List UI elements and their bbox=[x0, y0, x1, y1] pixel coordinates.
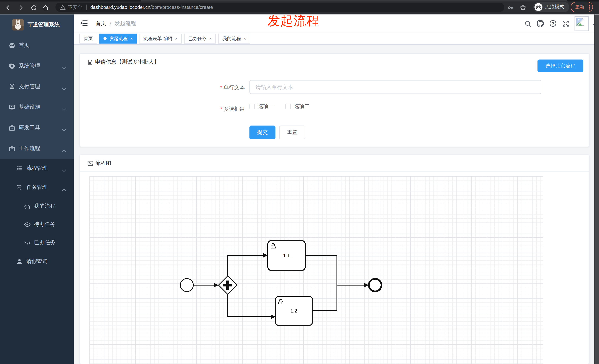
card-header-divider bbox=[80, 171, 589, 172]
browser-active-tab bbox=[141, 0, 568, 1]
forward-button[interactable] bbox=[17, 3, 25, 12]
breadcrumb-separator: / bbox=[110, 20, 111, 26]
robot-face-icon bbox=[24, 203, 30, 210]
checkbox-icon[interactable] bbox=[285, 104, 291, 109]
tree-list-icon bbox=[16, 165, 23, 172]
sidebar-item-todo-tasks[interactable]: 待办任务 bbox=[0, 215, 74, 234]
close-icon[interactable]: × bbox=[244, 36, 246, 41]
person-icon bbox=[16, 258, 23, 265]
red-annotation-text: 发起流程 bbox=[267, 13, 319, 30]
picture-icon bbox=[87, 161, 93, 166]
sidebar-item-payment[interactable]: 支付管理 bbox=[0, 76, 74, 97]
bookmark-star-icon[interactable] bbox=[519, 3, 527, 12]
close-icon[interactable]: × bbox=[209, 36, 212, 41]
update-label[interactable]: 更新 bbox=[575, 4, 585, 10]
close-icon[interactable]: × bbox=[130, 36, 133, 41]
document-icon bbox=[87, 59, 93, 65]
single-line-text-input[interactable] bbox=[249, 80, 541, 94]
refresh-button[interactable] bbox=[29, 3, 38, 12]
card-title: 流程图 bbox=[87, 160, 111, 167]
field-label-checkbox-group: *多选框组 bbox=[168, 106, 245, 113]
checkbox-icon[interactable] bbox=[249, 104, 255, 109]
fullscreen-icon[interactable] bbox=[562, 20, 569, 27]
checkbox-option-2[interactable]: 选项二 bbox=[285, 103, 310, 110]
gear-icon bbox=[8, 63, 15, 69]
chevron-down-icon bbox=[62, 167, 66, 173]
main-area: 申请信息【测试多审批人】 选择其它流程 *单行文本 *多选框组 bbox=[74, 45, 599, 364]
browser-menu-dots-icon[interactable] bbox=[589, 5, 590, 9]
close-icon[interactable]: × bbox=[175, 36, 177, 41]
select-other-process-button[interactable]: 选择其它流程 bbox=[537, 60, 583, 72]
search-icon[interactable] bbox=[524, 20, 531, 27]
browser-chrome: 不安全 dashboard.yudao.iocoder.cn/bpm/proce… bbox=[0, 0, 599, 15]
home-button[interactable] bbox=[41, 3, 50, 12]
chevron-up-icon bbox=[62, 186, 66, 192]
sidebar-item-task-management[interactable]: 任务管理 bbox=[0, 178, 74, 197]
github-icon[interactable] bbox=[537, 20, 544, 27]
page-scrollbar[interactable] bbox=[594, 15, 599, 364]
monitor-icon bbox=[8, 104, 15, 110]
tab-home[interactable]: 首页 bbox=[79, 34, 97, 43]
help-icon[interactable]: ? bbox=[549, 20, 556, 27]
workflow-submenu: 流程管理 任务管理 我的流程 bbox=[0, 159, 74, 364]
bpmn-diagram: 1.1 bbox=[89, 176, 543, 364]
required-asterisk: * bbox=[220, 106, 222, 112]
sidebar-item-label: 任务管理 bbox=[26, 184, 48, 191]
avatar[interactable] bbox=[575, 16, 589, 31]
bpmn-canvas[interactable]: 1.1 bbox=[89, 176, 543, 364]
sidebar-item-label: 系统管理 bbox=[19, 63, 40, 69]
tab-done-tasks[interactable]: 已办任务 × bbox=[184, 34, 216, 43]
broken-image-icon bbox=[576, 17, 584, 26]
sidebar-item-label: 工作流程 bbox=[19, 145, 40, 152]
sidebar-item-system[interactable]: 系统管理 bbox=[0, 56, 74, 76]
url-path: /bpm/process-instance/create bbox=[150, 5, 213, 10]
tab-my-process[interactable]: 我的流程 × bbox=[218, 34, 250, 43]
sidebar-item-my-process[interactable]: 我的流程 bbox=[0, 197, 74, 215]
eye-open-icon bbox=[24, 221, 30, 228]
sidebar-item-label: 请假查询 bbox=[26, 258, 48, 265]
breadcrumb-home[interactable]: 首页 bbox=[96, 20, 106, 27]
insecure-warning-icon bbox=[60, 5, 66, 10]
url-host: dashboard.yudao.iocoder.cn bbox=[90, 5, 150, 10]
chevron-down-icon bbox=[62, 65, 66, 71]
sidebar-item-dev-tools[interactable]: 研发工具 bbox=[0, 118, 74, 138]
field-label-single-line: *单行文本 bbox=[168, 84, 245, 91]
checkbox-label: 选项一 bbox=[258, 103, 274, 110]
submit-button[interactable]: 提交 bbox=[249, 126, 275, 139]
sidebar-item-label: 已办任务 bbox=[34, 239, 55, 246]
tab-start-process[interactable]: 发起流程 × bbox=[99, 34, 137, 43]
required-asterisk: * bbox=[220, 84, 222, 90]
sidebar-item-label: 首页 bbox=[19, 42, 29, 49]
incognito-badge: 无痕模式 bbox=[533, 2, 569, 12]
sidebar-item-home[interactable]: 首页 bbox=[0, 35, 74, 56]
sidebar-item-process-management[interactable]: 流程管理 bbox=[0, 159, 74, 178]
password-key-icon[interactable] bbox=[507, 3, 515, 12]
flow-diagram-title: 流程图 bbox=[95, 160, 111, 167]
reset-button[interactable]: 重置 bbox=[279, 126, 305, 139]
briefcase-icon bbox=[8, 124, 15, 131]
app-logo-row[interactable]: 芋道管理系统 bbox=[0, 15, 74, 35]
sidebar-item-infrastructure[interactable]: 基础设施 bbox=[0, 97, 74, 118]
checkbox-option-1[interactable]: 选项一 bbox=[249, 103, 274, 110]
chevron-down-icon bbox=[62, 85, 66, 92]
sidebar-item-done-tasks[interactable]: 已办任务 bbox=[0, 234, 74, 252]
sidebar-item-leave-query[interactable]: 请假查询 bbox=[0, 252, 74, 271]
sidebar-item-label: 流程管理 bbox=[26, 165, 48, 172]
sidebar-fold-icon[interactable] bbox=[80, 20, 88, 27]
back-button[interactable] bbox=[4, 3, 12, 12]
tab-process-form-edit[interactable]: 流程表单-编辑 × bbox=[139, 34, 182, 43]
omnibox-divider bbox=[86, 4, 87, 10]
apply-info-card: 申请信息【测试多审批人】 选择其它流程 *单行文本 *多选框组 bbox=[79, 53, 589, 147]
sidebar-item-workflow[interactable]: 工作流程 bbox=[0, 138, 74, 159]
page-header: 首页 / 发起流程 ? bbox=[74, 15, 599, 33]
task-label: 1.1 bbox=[283, 253, 290, 258]
security-label[interactable]: 不安全 bbox=[68, 4, 82, 10]
tag-view-bar: 首页 发起流程 × 流程表单-编辑 × 已办任务 × 我的流程 × bbox=[74, 33, 599, 45]
update-button[interactable]: 更新 bbox=[571, 2, 593, 12]
tab-label: 发起流程 bbox=[109, 35, 127, 42]
sidebar-item-label: 研发工具 bbox=[19, 124, 40, 131]
url-bar[interactable]: 不安全 dashboard.yudao.iocoder.cn/bpm/proce… bbox=[55, 3, 504, 12]
briefcase-icon bbox=[8, 145, 15, 152]
breadcrumb: 首页 / 发起流程 bbox=[96, 15, 136, 33]
svg-text:?: ? bbox=[552, 21, 554, 26]
